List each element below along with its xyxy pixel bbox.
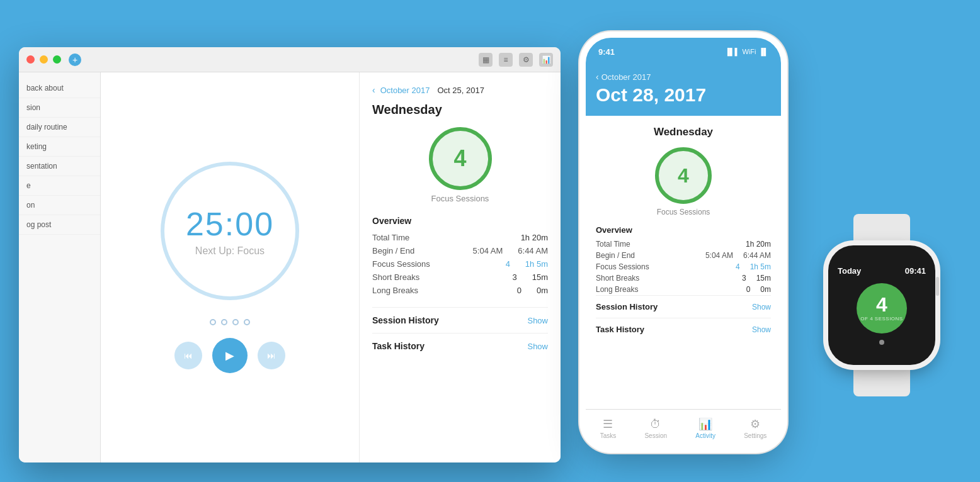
iphone-header: ‹ October 2017 Oct 28, 2017: [586, 65, 781, 116]
session-tab-icon: ⏱: [650, 418, 661, 431]
session-history-show[interactable]: Show: [527, 316, 548, 325]
stats-day-title: Wednesday: [372, 103, 548, 117]
iphone-begin-end-label: Begin / End: [596, 251, 635, 260]
task-history-show[interactable]: Show: [527, 342, 548, 351]
tab-session[interactable]: ⏱ Session: [644, 418, 667, 439]
sidebar-item-blog-post[interactable]: og post: [19, 215, 100, 235]
watch-header: Today 09:41: [838, 266, 926, 276]
nav-chevron-icon[interactable]: ‹: [372, 85, 375, 95]
focus-time-value: 1h 5m: [525, 259, 548, 269]
tab-tasks[interactable]: ☰ Tasks: [600, 417, 617, 439]
mac-close-dot[interactable]: [26, 55, 35, 64]
sidebar-item-back[interactable]: back about: [19, 79, 100, 98]
focus-sessions-values: 4 1h 5m: [506, 259, 548, 269]
mac-minimize-dot[interactable]: [40, 55, 48, 64]
mac-add-button[interactable]: +: [69, 53, 81, 66]
rewind-button[interactable]: ⏮: [174, 342, 202, 369]
focus-circle-container: 4 Focus Sessions: [372, 127, 548, 203]
timer-panel: 25:00 Next Up: Focus ⏮ ▶ ⏭: [101, 72, 359, 462]
iphone-short-vals: 3 15m: [742, 274, 771, 283]
battery-icon: ▐▌: [758, 48, 768, 55]
watch-circle: 4 OF 4 SESSIONS: [857, 283, 907, 333]
total-time-label: Total Time: [372, 233, 409, 242]
chart-icon[interactable]: 📊: [539, 53, 553, 67]
iphone-device: 9:41 ▐▌▌ WiFi ▐▌ ‹ October 2017 Oct 28, …: [586, 38, 781, 447]
end-value: 6:44 AM: [518, 246, 548, 255]
sidebar-item-e[interactable]: e: [19, 176, 100, 196]
activity-tab-icon: 📊: [698, 417, 712, 431]
timer-circle: 25:00 Next Up: Focus: [161, 162, 299, 300]
iphone-row-long: Long Breaks 0 0m: [596, 284, 771, 295]
session-history-label: Session History: [372, 315, 439, 325]
long-breaks-count: 0: [517, 286, 521, 295]
play-button[interactable]: ▶: [212, 338, 248, 373]
iphone-long-vals: 0 0m: [746, 285, 771, 294]
begin-end-values: 5:04 AM 6:44 AM: [473, 246, 548, 255]
apple-watch: Today 09:41 4 OF 4 SESSIONS: [819, 214, 945, 378]
sidebar-item-keting[interactable]: keting: [19, 137, 100, 157]
watch-crown: [936, 277, 939, 296]
settings-icon[interactable]: ⚙: [519, 53, 533, 67]
iphone-focus-count: 4: [736, 262, 740, 271]
iphone-tabbar: ☰ Tasks ⏱ Session 📊 Activity ⚙ Settings: [586, 409, 781, 447]
skip-button[interactable]: ⏭: [258, 342, 285, 369]
settings-tab-icon: ⚙: [750, 417, 760, 431]
overview-row-short: Short Breaks 3 15m: [372, 271, 548, 284]
mac-fullscreen-dot[interactable]: [53, 55, 61, 64]
overview-section: Overview Total Time 1h 20m Begin / End 5…: [372, 216, 548, 297]
signal-icon: ▐▌▌: [725, 48, 739, 55]
settings-tab-label: Settings: [744, 432, 766, 439]
iphone-short-label: Short Breaks: [596, 274, 639, 283]
long-breaks-time: 0m: [537, 286, 548, 295]
mac-app-window: + ▦ ≡ ⚙ 📊 back about sion daily routine …: [19, 47, 561, 462]
iphone-focus-label: Focus Sessions: [657, 208, 710, 216]
iphone-focus-label2: Focus Sessions: [596, 262, 649, 271]
watch-title: Today: [838, 266, 861, 276]
iphone-long-label: Long Breaks: [596, 285, 638, 294]
iphone-session-show[interactable]: Show: [752, 303, 771, 311]
iphone-focus-vals: 4 1h 5m: [736, 262, 771, 271]
timer-dot-1: [210, 319, 216, 325]
timer-controls: ⏮ ▶ ⏭: [174, 338, 285, 373]
tasks-tab-icon: ☰: [603, 417, 613, 431]
iphone-nav-month[interactable]: October 2017: [601, 72, 651, 82]
sidebar-item-sion[interactable]: sion: [19, 98, 100, 118]
sidebar-item-on[interactable]: on: [19, 196, 100, 215]
iphone-task-show[interactable]: Show: [752, 325, 771, 334]
focus-count-value: 4: [506, 259, 510, 269]
stats-panel: ‹ October 2017 Oct 25, 2017 Wednesday 4 …: [359, 72, 561, 462]
overview-row-focus: Focus Sessions 4 1h 5m: [372, 257, 548, 271]
watch-strap-top: [853, 214, 910, 245]
sidebar-item-presentation[interactable]: sentation: [19, 157, 100, 176]
overview-row-total: Total Time 1h 20m: [372, 231, 548, 244]
watch-strap-bottom: [853, 365, 910, 396]
mac-content: back about sion daily routine keting sen…: [19, 72, 561, 462]
iphone-nav-chevron[interactable]: ‹: [596, 72, 599, 82]
iphone-begin: 5:04 AM: [705, 251, 733, 260]
sidebar-item-daily-routine[interactable]: daily routine: [19, 118, 100, 137]
nav-month[interactable]: October 2017: [380, 86, 430, 95]
short-breaks-values: 3 15m: [512, 272, 548, 282]
iphone-clock: 9:41: [598, 47, 615, 57]
timer-dot-2: [221, 319, 227, 325]
timer-dot-4: [244, 319, 250, 325]
session-tab-label: Session: [644, 432, 667, 439]
focus-sessions-label: Focus Sessions: [372, 259, 430, 269]
iphone-status-bar: 9:41 ▐▌▌ WiFi ▐▌: [586, 38, 781, 65]
short-breaks-count: 3: [512, 272, 516, 282]
short-breaks-time: 15m: [532, 272, 548, 282]
list-icon[interactable]: ≡: [499, 53, 513, 67]
overview-row-begin-end: Begin / End 5:04 AM 6:44 AM: [372, 244, 548, 257]
nav-date: Oct 25, 2017: [437, 86, 484, 95]
iphone-long-time: 0m: [760, 285, 771, 294]
iphone-long-count: 0: [746, 285, 751, 294]
iphone-focus-time: 1h 5m: [750, 262, 771, 271]
watch-session-label: OF 4 SESSIONS: [860, 316, 903, 322]
iphone-row-focus: Focus Sessions 4 1h 5m: [596, 261, 771, 272]
iphone-total-value: 1h 20m: [746, 240, 771, 249]
tab-activity[interactable]: 📊 Activity: [695, 417, 715, 439]
tasks-tab-label: Tasks: [600, 432, 617, 439]
video-icon[interactable]: ▦: [479, 53, 493, 67]
task-history-row: Task History Show: [372, 333, 548, 359]
tab-settings[interactable]: ⚙ Settings: [744, 417, 766, 439]
